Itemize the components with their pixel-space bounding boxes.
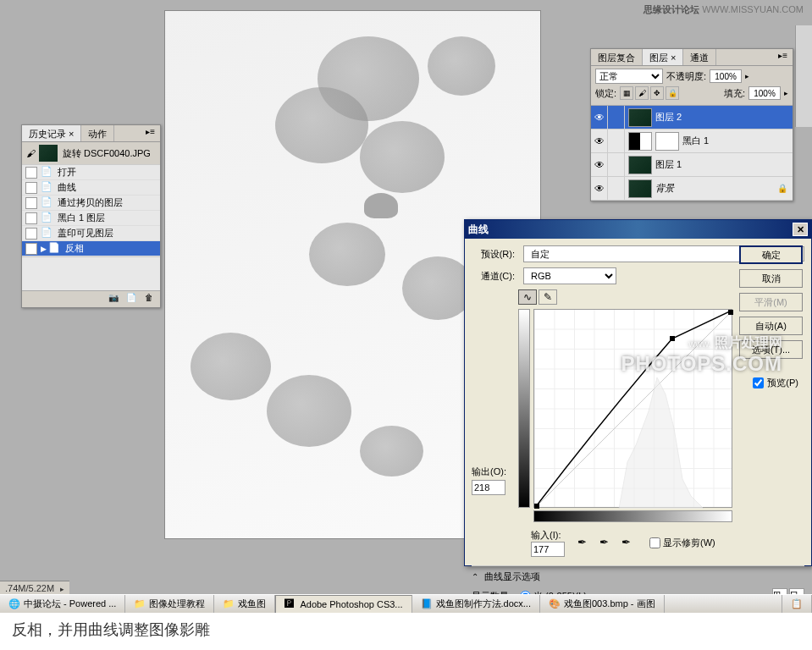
panel-menu-icon[interactable]: ▸≡ [773,49,793,65]
layer-thumbnail[interactable] [628,108,652,127]
folder-icon: 📁 [223,598,235,610]
lock-transparency-icon[interactable]: ▦ [620,86,633,100]
fill-input[interactable] [748,86,781,100]
history-checkbox[interactable] [25,167,37,179]
display-options-label[interactable]: 曲线显示选项 [484,571,540,581]
new-document-icon[interactable]: 📄 [124,293,138,305]
auto-button[interactable]: 自动(A) [739,317,803,335]
layer-link-area[interactable] [608,106,625,129]
history-item-stamp-visible[interactable]: 盖印可见图层 [22,226,160,241]
preset-label: 预设(R): [472,248,518,261]
layer-item[interactable]: 👁 图层 1 [591,153,793,177]
fill-label: 填充: [724,87,745,100]
preview-checkbox[interactable] [753,377,764,388]
svg-rect-1 [534,504,539,509]
history-checkbox[interactable] [25,182,37,194]
status-flyout-icon[interactable]: ▸ [60,585,64,593]
taskbar-item[interactable]: 🎨 戏鱼图003.bmp - 画图 [540,595,665,613]
layer-item[interactable]: 👁 图层 2 [591,106,793,129]
status-text: .74M/5.22M [5,583,54,593]
output-label: 输出(O): [472,466,506,476]
tab-history[interactable]: 历史记录 × [22,125,81,141]
input-input[interactable] [531,542,565,557]
history-item-layer-via-copy[interactable]: 通过拷贝的图层 [22,196,160,211]
curve-point[interactable] [670,336,675,341]
output-input[interactable] [472,480,505,495]
layer-link-area[interactable] [608,177,625,200]
show-clipping-label: 显示修剪(W) [663,537,715,549]
word-icon: 📘 [421,598,433,610]
visibility-eye-icon[interactable]: 👁 [591,153,608,176]
cancel-button[interactable]: 取消 [739,269,803,288]
visibility-eye-icon[interactable]: 👁 [591,106,608,129]
taskbar-item[interactable]: 📘 戏鱼图制作方法.docx... [412,595,540,613]
curve-tool-point-icon[interactable]: ∿ [518,289,537,305]
eyedropper-white-icon[interactable]: ✒ [621,536,637,551]
folder-icon: 📁 [134,598,146,610]
lock-label: 锁定: [595,87,616,100]
taskbar-label: 戏鱼图制作方法.docx... [436,598,531,610]
layer-thumbnail[interactable] [628,132,652,151]
history-item-open[interactable]: 打开 [22,165,160,180]
lock-position-icon[interactable]: ✥ [650,86,664,100]
curves-graph[interactable] [533,309,732,508]
visibility-eye-icon[interactable]: 👁 [591,177,608,200]
taskbar-item[interactable]: 📁 图像处理教程 [125,595,214,613]
smooth-button[interactable]: 平滑(M) [739,293,803,311]
layer-link-area[interactable] [608,153,625,176]
show-clipping-checkbox[interactable] [649,537,660,548]
layer-thumbnail[interactable] [628,156,652,174]
right-tool-strip[interactable] [795,25,812,127]
taskbar-tray[interactable]: 📋 [782,595,812,613]
layer-item[interactable]: 👁 黑白 1 [591,129,793,153]
channel-label: 通道(C): [472,270,518,283]
layer-item[interactable]: 👁 背景 🔒 [591,177,793,201]
ok-button[interactable]: 确定 [739,245,803,264]
history-item-invert[interactable]: ▶ 反相 [22,241,160,256]
taskbar-label: 戏鱼图003.bmp - 画图 [564,598,655,610]
eyedropper-gray-icon[interactable]: ✒ [599,536,615,551]
new-snapshot-icon[interactable]: 📷 [107,293,120,305]
history-checkbox[interactable] [25,197,37,209]
history-snapshot-row[interactable]: 🖌 旋转 DSCF0040.JPG [22,142,160,165]
fill-flyout-icon[interactable]: ▸ [784,89,788,97]
tab-layer-comps[interactable]: 图层复合 [591,49,643,65]
tab-channels[interactable]: 通道 [683,49,716,65]
curves-titlebar[interactable]: 曲线 ✕ [465,220,811,239]
lock-paint-icon[interactable]: 🖌 [635,86,649,100]
tab-layers[interactable]: 图层 × [643,49,683,65]
layer-link-area[interactable] [608,129,625,152]
history-empty-area [22,256,160,290]
curve-line[interactable] [534,310,733,509]
channel-select[interactable]: RGB [523,267,616,284]
layer-name[interactable]: 图层 1 [655,158,682,171]
expand-icon[interactable]: ⌃ [472,572,478,581]
curve-tool-pencil-icon[interactable]: ✎ [539,289,557,305]
history-checkbox[interactable] [25,243,37,255]
layer-name[interactable]: 图层 2 [655,111,682,124]
layer-thumbnail[interactable] [628,179,652,198]
layers-tabs: 图层复合 图层 × 通道 ▸≡ [591,49,793,66]
visibility-eye-icon[interactable]: 👁 [591,129,608,152]
layer-name[interactable]: 黑白 1 [682,135,709,147]
history-item-bw-layer[interactable]: 黑白 1 图层 [22,211,160,226]
taskbar-item[interactable]: 📁 戏鱼图 [214,595,275,613]
layer-mask-thumbnail[interactable] [655,132,679,151]
history-checkbox[interactable] [25,212,37,224]
taskbar-item[interactable]: 🅿 Adobe Photoshop CS3... [275,595,412,613]
taskbar-item[interactable]: 🌐 中摄论坛 - Powered ... [0,595,125,613]
history-item-curves[interactable]: 曲线 [22,180,160,196]
lock-all-icon[interactable]: 🔒 [666,86,679,100]
taskbar: 🌐 中摄论坛 - Powered ... 📁 图像处理教程 📁 戏鱼图 🅿 Ad… [0,594,812,613]
tab-actions[interactable]: 动作 [81,125,114,141]
options-button[interactable]: 选项(T)... [739,340,803,359]
eyedropper-black-icon[interactable]: ✒ [577,536,593,551]
opacity-input[interactable] [710,69,742,83]
close-icon[interactable]: ✕ [793,223,808,236]
panel-menu-icon[interactable]: ▸≡ [141,125,160,141]
history-checkbox[interactable] [25,228,37,240]
blend-mode-select[interactable]: 正常 [595,69,663,84]
layer-name[interactable]: 背景 [655,182,674,195]
trash-icon[interactable]: 🗑 [142,293,156,305]
opacity-flyout-icon[interactable]: ▸ [745,72,749,80]
